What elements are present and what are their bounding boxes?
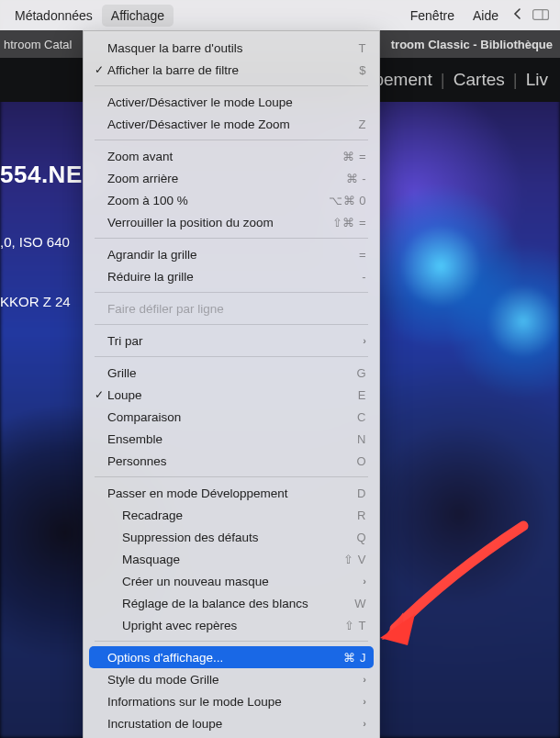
menu-item[interactable]: Style du mode Grille› (84, 668, 379, 690)
menu-item-shortcut: G (324, 366, 366, 380)
menu-item-label: Loupe (106, 388, 324, 402)
checkmark-icon: ✓ (93, 388, 106, 401)
menu-item-shortcut: W (324, 597, 366, 610)
menu-item[interactable]: Agrandir la grille= (84, 243, 379, 265)
menu-item-label: Comparaison (106, 410, 324, 424)
chevron-right-icon: › (324, 335, 366, 346)
menu-item[interactable]: Activer/Désactiver le mode ZoomZ (84, 113, 379, 135)
menu-separator (95, 476, 368, 477)
menu-item-shortcut: ⇧ T (324, 619, 366, 632)
menu-item-shortcut: ⌘ J (324, 651, 366, 665)
menu-separator (95, 356, 368, 357)
menu-item[interactable]: Masquer la barre d'outilsT (84, 37, 379, 59)
menu-item-label: Style du mode Grille (106, 673, 324, 687)
menu-item-label: Options d'affichage... (106, 651, 324, 665)
menubar-item-help[interactable]: Aide (464, 5, 508, 27)
module-book[interactable]: Liv (518, 70, 556, 90)
view-menu-dropdown: Masquer la barre d'outilsT✓Afficher la b… (83, 30, 380, 738)
menu-item[interactable]: EnsembleN (84, 428, 379, 450)
panel-icon[interactable] (527, 8, 554, 23)
menu-item-label: Suppression des défauts (106, 531, 324, 544)
menu-item-shortcut: O (324, 454, 366, 468)
menu-item-label: Verrouiller la position du zoom (106, 216, 324, 229)
menu-item-shortcut: ⇧ V (324, 553, 366, 566)
menu-item-label: Upright avec repères (106, 619, 324, 632)
menubar-item-window[interactable]: Fenêtre (401, 5, 464, 27)
menu-item-shortcut: Z (324, 117, 366, 131)
menu-separator (95, 85, 368, 86)
menu-item[interactable]: Activer/Désactiver le mode Loupe (84, 91, 379, 113)
menu-item[interactable]: GrilleG (84, 362, 379, 384)
menu-item: Faire défiler par ligne (84, 297, 379, 319)
chevron-right-icon: › (324, 576, 366, 587)
menu-item-shortcut: Q (324, 531, 366, 544)
menu-item[interactable]: Réduire la grille- (84, 265, 379, 287)
menu-item-shortcut: ⌘ = (324, 150, 366, 163)
menu-item-label: Zoom avant (106, 150, 324, 163)
titlebar-left-text: htroom Catal (0, 38, 72, 51)
menu-item-label: Ensemble (106, 432, 324, 446)
menu-separator (95, 641, 368, 642)
menu-item[interactable]: ✓Afficher la barre de filtre$ (84, 59, 379, 81)
menu-item-label: Faire défiler par ligne (106, 302, 324, 316)
menu-item-shortcut: D (324, 486, 366, 500)
menu-item[interactable]: Upright avec repères⇧ T (84, 614, 379, 636)
menu-item-shortcut: T (324, 41, 366, 55)
menu-item-shortcut: = (324, 248, 366, 262)
menu-separator (95, 324, 368, 325)
menu-item[interactable]: Zoom à 100 %⌥⌘ 0 (84, 189, 379, 211)
menu-item[interactable]: Tri par› (84, 330, 379, 352)
menu-item-label: Réglage de la balance des blancs (106, 597, 324, 610)
menu-item-shortcut: R (324, 509, 366, 522)
chevron-right-icon: › (324, 696, 366, 707)
menu-item-label: Tri par (106, 334, 324, 348)
menu-item-label: Créer un nouveau masque (106, 575, 324, 588)
menu-item-label: Afficher la barre de filtre (106, 63, 324, 77)
menu-item[interactable]: Zoom avant⌘ = (84, 145, 379, 167)
chevron-right-icon: › (324, 718, 366, 729)
menu-item-label: Recadrage (106, 509, 324, 522)
menu-item-label: Zoom arrière (106, 172, 324, 185)
menu-item-label: Incrustation de loupe (106, 717, 324, 731)
menu-item-shortcut: N (324, 432, 366, 446)
svg-rect-0 (533, 9, 549, 19)
menu-item[interactable]: Créer un nouveau masque› (84, 570, 379, 592)
menu-separator (95, 292, 368, 293)
menu-item[interactable]: ComparaisonC (84, 406, 379, 428)
menu-item[interactable]: Passer en mode DéveloppementD (84, 482, 379, 504)
menu-item-label: Informations sur le mode Loupe (106, 695, 324, 709)
menu-separator (95, 140, 368, 140)
menu-item-shortcut: E (324, 388, 366, 402)
menu-item[interactable]: Verrouiller la position du zoom⇧⌘ = (84, 211, 379, 233)
menu-item-label: Masquage (106, 553, 324, 566)
menu-item[interactable]: Suppression des défautsQ (84, 526, 379, 548)
menu-item-label: Masquer la barre d'outils (106, 41, 324, 55)
menu-item-label: Activer/Désactiver le mode Zoom (106, 117, 324, 131)
menu-item[interactable]: Options d'affichage...⌘ J (89, 646, 374, 668)
system-menubar: Métadonnées Affichage Fenêtre Aide (0, 0, 560, 30)
chevron-left-icon[interactable] (508, 7, 527, 23)
chevron-right-icon: › (324, 674, 366, 685)
menu-item-shortcut: ⇧⌘ = (324, 216, 366, 229)
menu-item[interactable]: RecadrageR (84, 504, 379, 526)
titlebar-right-text: troom Classic - Bibliothèque (391, 38, 560, 51)
menu-separator (95, 238, 368, 239)
menubar-item-view[interactable]: Affichage (102, 5, 174, 27)
menu-item[interactable]: Réglage de la balance des blancsW (84, 592, 379, 614)
menu-item[interactable]: Incrustation de loupe› (84, 712, 379, 734)
menu-item-shortcut: C (324, 410, 366, 424)
menu-item[interactable]: Informations sur le mode Loupe› (84, 690, 379, 712)
menu-item[interactable]: Masquage⇧ V (84, 548, 379, 570)
menu-item-shortcut: ⌥⌘ 0 (324, 194, 366, 207)
menu-item-label: Réduire la grille (106, 270, 324, 284)
menu-item-shortcut: $ (324, 63, 366, 77)
menu-item[interactable]: ✓LoupeE (84, 384, 379, 406)
menu-item-label: Zoom à 100 % (106, 194, 324, 207)
menu-item[interactable]: PersonnesO (84, 450, 379, 472)
menu-item-label: Personnes (106, 454, 324, 468)
menubar-item-metadata[interactable]: Métadonnées (6, 5, 102, 27)
menu-item[interactable]: Zoom arrière⌘ - (84, 167, 379, 189)
menu-item-shortcut: - (324, 270, 366, 284)
menu-item-label: Passer en mode Développement (106, 486, 324, 500)
module-maps[interactable]: Cartes (445, 70, 513, 90)
